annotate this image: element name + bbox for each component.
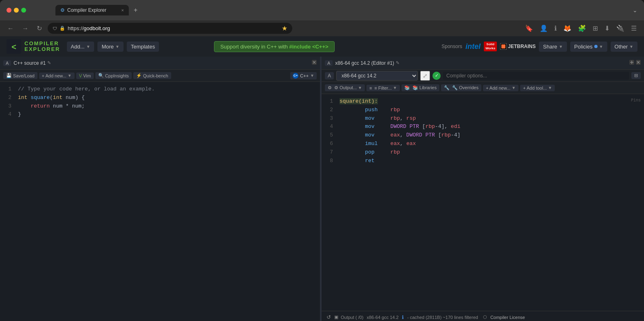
wrench-icon: 🔧 xyxy=(444,85,450,90)
pocket-icon[interactable]: 🔖 xyxy=(523,23,536,34)
nav-actions: 🔖 👤 ℹ 🦊 🧩 ⊞ ⬇ 🔌 ☰ xyxy=(523,23,639,34)
cppinsights-button[interactable]: 🔍 CppInsights xyxy=(95,72,132,79)
address-bar[interactable]: 🛡 🔒 https://godbolt.org ★ xyxy=(48,23,292,34)
other-button[interactable]: Other ▼ xyxy=(611,42,637,52)
output-icon: ▣ xyxy=(334,314,338,320)
language-select[interactable]: C+ C++ ▼ xyxy=(290,72,317,79)
compiler-select-dropdown[interactable]: x86-64 gcc 14.2 xyxy=(336,71,418,81)
tab-favicon: ⚙ xyxy=(60,7,65,13)
compiler-expand-button[interactable] xyxy=(629,60,634,66)
app-toolbar: < COMPILER EXPLORER Add... ▼ More ▼ Temp… xyxy=(0,36,644,57)
filter-chevron-icon: ▼ xyxy=(393,86,397,90)
editor-title: C++ source #1 ✎ xyxy=(13,60,51,66)
output-text: Output ( /0) xyxy=(341,315,364,320)
grid-icon[interactable]: ⊞ xyxy=(590,23,600,34)
traffic-lights xyxy=(7,8,26,13)
add-new-compiler-button[interactable]: + Add new... ▼ xyxy=(483,85,518,91)
compiler-close-button[interactable] xyxy=(636,60,641,66)
close-button[interactable] xyxy=(7,8,11,13)
nav-bar: ← → ↻ 🛡 🔒 https://godbolt.org ★ 🔖 👤 ℹ 🦊 … xyxy=(0,20,644,36)
compiler-license-link[interactable]: Compiler License xyxy=(490,315,525,320)
url-display: https://godbolt.org xyxy=(68,25,110,31)
forward-button[interactable]: → xyxy=(20,23,31,34)
overrides-button[interactable]: 🔧 🔧 Overrides xyxy=(441,84,481,91)
policies-chevron-icon: ▼ xyxy=(599,44,603,49)
share-chevron-icon: ▼ xyxy=(559,44,563,49)
info-icon: ℹ xyxy=(402,314,404,320)
code-editor[interactable]: 1 2 3 4 // Type your code here, or load … xyxy=(0,82,320,122)
filter-icon: ≡ xyxy=(369,86,372,90)
info-icon[interactable]: ℹ xyxy=(552,23,559,34)
editor-font-button[interactable]: A xyxy=(3,60,11,66)
compiler-bottom-bar: ↺ ▣ Output ( /0) x86-64 gcc 14.2 ℹ - cac… xyxy=(322,311,644,321)
editor-panel: A C++ source #1 ✎ 💾 Save/Load + Add new.… xyxy=(0,57,320,321)
profile-icon[interactable]: 👤 xyxy=(537,23,550,34)
logo-text: COMPILER EXPLORER xyxy=(24,41,60,53)
bookmark-icon[interactable]: ★ xyxy=(282,24,287,32)
extension-icon[interactable]: 🧩 xyxy=(576,23,589,34)
open-new-window-button[interactable]: ⤢ xyxy=(420,71,430,81)
maximize-icon: ⌄ xyxy=(633,7,637,13)
svg-text:<: < xyxy=(11,42,16,51)
code-content[interactable]: // Type your code here, or load an examp… xyxy=(16,82,320,122)
download-icon[interactable]: ⬇ xyxy=(602,23,612,34)
sponsors-area: Sponsors intel SolidWorks JETBRAINS xyxy=(441,42,536,51)
filter-button[interactable]: ≡ ≡ Filter... ▼ xyxy=(366,85,400,91)
refresh-button[interactable]: ↻ xyxy=(34,23,44,34)
add-tool-button[interactable]: + Add tool... ▼ xyxy=(520,85,555,91)
compiler-filter-toolbar: ⚙ ⚙ Output... ▼ ≡ ≡ Filter... ▼ 📚 📚 Libr… xyxy=(322,82,644,94)
main-content: A C++ source #1 ✎ 💾 Save/Load + Add new.… xyxy=(0,57,644,321)
addnew-compiler-chevron-icon: ▼ xyxy=(512,86,516,90)
diversity-banner[interactable]: Support diversity in C++ with #include <… xyxy=(214,41,334,52)
logo: < COMPILER EXPLORER xyxy=(7,39,60,54)
asm-content: square(int): push rbp mov rbp, rsp mov D… xyxy=(338,94,644,311)
firefox-icon[interactable]: 🦊 xyxy=(561,23,574,34)
menu-icon[interactable]: ☰ xyxy=(629,23,639,34)
templates-button[interactable]: Templates xyxy=(127,42,159,52)
addnew-chevron-icon: ▼ xyxy=(68,73,72,78)
back-button[interactable]: ← xyxy=(5,23,16,34)
minimize-button[interactable] xyxy=(14,8,19,13)
fullscreen-button[interactable] xyxy=(21,8,26,13)
more-button[interactable]: More ▼ xyxy=(97,42,124,52)
shield-icon: 🛡 xyxy=(53,26,57,31)
refresh-compile-button[interactable]: ↺ xyxy=(326,314,331,320)
new-tab-button[interactable]: + xyxy=(130,5,141,15)
share-button[interactable]: Share ▼ xyxy=(539,42,567,52)
line-numbers: 1 2 3 4 xyxy=(0,82,16,122)
compiler-panel-header: A x86-64 gcc 14.2 (Editor #1) ✎ xyxy=(322,57,644,70)
compiler-font-size-button[interactable]: A xyxy=(325,72,334,79)
save-load-button[interactable]: 💾 Save/Load xyxy=(3,72,37,79)
puzzle-icon[interactable]: 🔌 xyxy=(614,23,627,34)
lang-chevron-icon: ▼ xyxy=(310,73,314,78)
tab-close-button[interactable]: × xyxy=(121,8,124,13)
addtool-chevron-icon: ▼ xyxy=(548,86,552,90)
compiler-options-expand[interactable]: ⊟ xyxy=(631,72,641,79)
editor-close-button[interactable] xyxy=(312,60,317,66)
edit-compiler-title-icon[interactable]: ✎ xyxy=(396,60,399,66)
logo-icon: < xyxy=(7,39,21,54)
add-button[interactable]: Add... ▼ xyxy=(67,42,95,52)
gear-icon: ⚙ xyxy=(328,85,332,90)
policies-button[interactable]: Policies ▼ xyxy=(570,42,607,52)
quickbench-button[interactable]: ⚡ Quick-bench xyxy=(133,72,171,79)
assembly-output: 1 2 3 4 5 6 7 8 square(int): push rbp mo… xyxy=(322,94,644,311)
add-chevron-icon: ▼ xyxy=(86,44,90,49)
tab-title: Compiler Explorer xyxy=(67,7,106,13)
compiler-explorer-tab[interactable]: ⚙ Compiler Explorer × xyxy=(55,5,129,15)
compiler-font-button[interactable]: A xyxy=(325,60,333,66)
output-chevron-icon: ▼ xyxy=(358,86,362,90)
output-button[interactable]: ⚙ ⚙ Output... ▼ xyxy=(325,84,365,91)
cache-info: - cached (2811B) ~170 lines filtered xyxy=(407,315,478,320)
vim-button[interactable]: V Vim xyxy=(76,73,94,79)
edit-title-icon[interactable]: ✎ xyxy=(47,60,51,66)
export-icon: ⬡ xyxy=(483,314,487,320)
libraries-button[interactable]: 📚 📚 Libraries xyxy=(401,84,439,91)
libraries-icon: 📚 xyxy=(404,85,410,90)
compiler-header-info: A x86-64 gcc 14.2 (Editor #1) ✎ xyxy=(325,60,627,66)
add-new-button[interactable]: + Add new... ▼ xyxy=(39,73,75,79)
jetbrains-sponsor: JETBRAINS xyxy=(500,43,536,50)
vim-icon: V xyxy=(79,73,82,78)
compiler-options-input[interactable] xyxy=(443,72,629,80)
compiler-title: x86-64 gcc 14.2 (Editor #1) ✎ xyxy=(335,60,399,66)
